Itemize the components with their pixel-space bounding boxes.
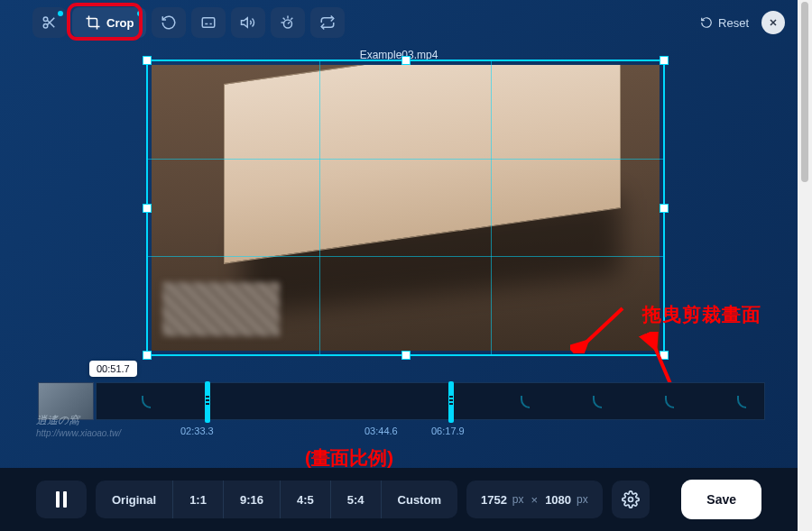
track-notch [593,396,602,408]
timeline-marker-start[interactable] [205,381,210,423]
crop-handle-r[interactable] [660,204,669,213]
crop-grid-line [319,61,320,354]
timeline-marker-end[interactable] [448,381,454,423]
crop-handle-tl[interactable] [143,56,152,65]
crop-grid-line [148,159,663,160]
indicator-dot [58,11,63,16]
speed-button[interactable] [271,7,305,38]
svg-rect-5 [63,491,67,508]
track-notch [737,396,746,408]
pause-icon [54,491,69,508]
close-icon [768,17,779,28]
reset-icon [700,16,713,29]
svg-point-6 [628,498,632,502]
dimensions-display[interactable]: 1752 px × 1080 px [466,481,603,518]
top-right-tools: Reset [700,11,785,34]
indicator-dot [137,11,143,16]
time-label-2: 03:44.6 [364,426,398,436]
crop-handle-tr[interactable] [660,56,669,65]
volume-icon [240,14,256,31]
ratio-custom[interactable]: Custom [382,481,457,518]
cut-button[interactable] [32,7,67,38]
pause-button[interactable] [36,481,87,518]
width-unit: px [512,493,524,506]
svg-rect-4 [56,491,60,508]
dimension-separator: × [531,493,539,507]
scissors-icon [42,14,58,31]
scrollbar-track[interactable] [798,0,812,531]
track-notch [521,396,530,408]
volume-button[interactable] [231,7,265,38]
ratio-4-5[interactable]: 4:5 [281,481,331,518]
loop-icon [319,14,336,31]
height-value: 1080 [545,493,571,507]
crop-grid-line [148,256,663,257]
ratio-1-1[interactable]: 1:1 [173,481,224,518]
ratio-5-4[interactable]: 5:4 [331,481,382,518]
crop-handle-t[interactable] [401,56,411,65]
ratio-original[interactable]: Original [96,481,173,518]
time-label-3: 06:17.9 [431,426,465,436]
crop-handle-bl[interactable] [143,351,152,360]
caption-icon [200,14,217,31]
scrollbar-thumb[interactable] [801,2,808,182]
crop-selection[interactable] [146,60,665,356]
crop-button[interactable]: Crop [72,7,146,38]
loop-button[interactable] [310,7,345,38]
aspect-ratio-group: Original 1:1 9:16 4:5 5:4 Custom [96,481,457,518]
height-unit: px [577,493,588,506]
reset-button[interactable]: Reset [700,16,749,30]
crop-handle-b[interactable] [401,351,411,360]
gear-icon [622,490,640,508]
width-value: 1752 [481,493,507,507]
annotation-text-ratio: (畫面比例) [305,445,393,471]
bottom-bar: Original 1:1 9:16 4:5 5:4 Custom 1752 px… [0,468,798,531]
track-notch [142,396,151,408]
close-button[interactable] [761,11,785,34]
timeline-track[interactable] [96,382,765,420]
crop-grid-line [491,61,492,354]
undo-icon [161,14,177,31]
crop-handle-l[interactable] [143,204,152,213]
crop-label: Crop [106,16,134,30]
crop-icon [85,14,101,31]
top-toolbar: Crop [32,7,345,38]
watermark: 逍遙の窩 http://www.xiaoao.tw/ [36,413,121,438]
annotation-text-drag: 拖曳剪裁畫面 [642,302,761,327]
ratio-9-16[interactable]: 9:16 [224,481,281,518]
timeline[interactable] [38,382,765,420]
svg-rect-2 [203,18,216,28]
time-label-1: 02:33.3 [180,426,214,436]
subtitle-button[interactable] [191,7,226,38]
reset-label: Reset [718,16,749,30]
save-button[interactable]: Save [681,480,761,519]
playhead-tooltip: 00:51.7 [89,361,137,377]
track-notch [665,396,674,408]
crop-handle-br[interactable] [660,351,669,360]
settings-button[interactable] [612,481,650,518]
speed-icon [280,14,296,31]
undo-button[interactable] [152,7,186,38]
